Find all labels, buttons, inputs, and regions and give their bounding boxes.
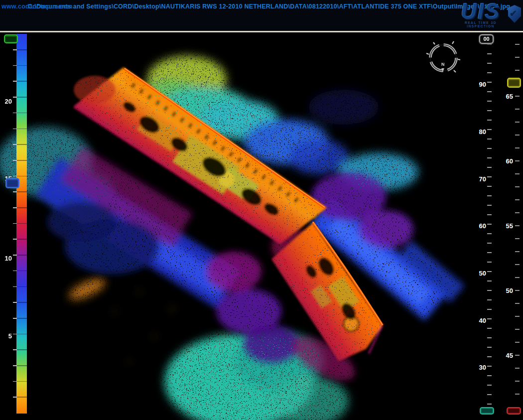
depth-ruler-ticks xyxy=(487,44,492,406)
depth-label-60: 60 xyxy=(475,222,486,230)
depth-label-30: 30 xyxy=(475,364,486,371)
blue-marker-chip[interactable] xyxy=(5,178,19,188)
range-label-45: 45 xyxy=(502,352,513,359)
green-marker-chip[interactable] xyxy=(4,34,18,43)
colorbar-label-20: 20 xyxy=(1,98,12,105)
color-scale-ticks xyxy=(13,49,17,398)
title-bar: C:\Documents and Settings\CORD\Desktop\N… xyxy=(0,0,523,31)
depth-label-80: 80 xyxy=(475,128,486,136)
depth-label-40: 40 xyxy=(475,317,486,324)
color-scale-inner-ticks xyxy=(16,49,27,398)
compass-rose-icon: N xyxy=(425,39,462,76)
range-label-55: 55 xyxy=(502,222,513,230)
color-scale-bar xyxy=(16,34,27,414)
range-label-50: 50 xyxy=(502,287,513,294)
yellow-marker-chip[interactable] xyxy=(507,78,521,88)
red-marker-chip[interactable] xyxy=(507,407,521,415)
depth-label-90: 90 xyxy=(475,81,486,88)
colorbar-label-5: 5 xyxy=(1,332,12,340)
colorbar-label-10: 10 xyxy=(1,255,12,262)
uis-logo: UIS REAL TIME 3D INSPECTION ✔ xyxy=(453,0,521,31)
depth-label-70: 70 xyxy=(475,175,486,183)
compass-widget[interactable]: N xyxy=(425,39,462,76)
teal-marker-chip[interactable] xyxy=(480,407,494,415)
watermark-text: www.codaoctopus.com xyxy=(1,3,73,10)
range-label-65: 65 xyxy=(502,93,513,100)
range-label-60: 60 xyxy=(502,157,513,165)
compass-north-label: N xyxy=(441,62,445,67)
sonar-3d-viewport[interactable] xyxy=(0,32,523,420)
depth-label-50: 50 xyxy=(475,270,486,277)
wreck-pointcloud-scene xyxy=(0,32,523,420)
uis-logo-text: UIS xyxy=(453,0,508,23)
shield-check-icon: ✔ xyxy=(508,5,521,23)
file-path-text: C:\Documents and Settings\CORD\Desktop\N… xyxy=(28,3,510,10)
depth-ruler-top-badge: 00 xyxy=(479,34,494,44)
separator-line xyxy=(0,31,523,32)
range-ruler-ticks xyxy=(515,44,520,402)
